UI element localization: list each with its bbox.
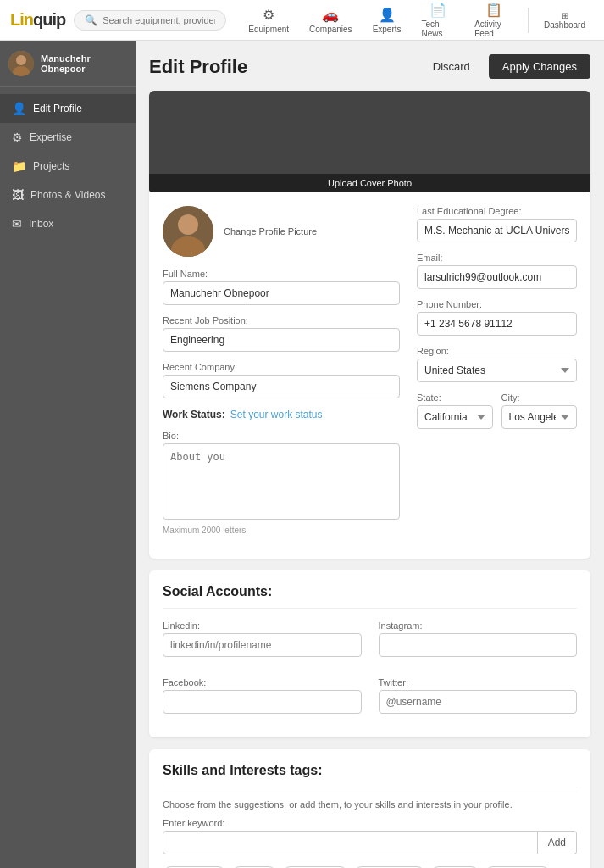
nav-items: ⚙ Equipment 🚗 Companies 👤 Experts 📄 Tech… [240, 0, 594, 42]
main-content: Edit Profile Discard Apply Changes Uploa… [136, 41, 604, 868]
photos-videos-icon: 🖼 [12, 188, 24, 202]
page-title: Edit Profile [149, 56, 247, 78]
sidebar-item-projects[interactable]: 📁 Projects [0, 152, 136, 181]
experts-icon: 👤 [379, 7, 396, 23]
svg-point-1 [16, 55, 26, 65]
keyword-row: Add [163, 831, 577, 854]
instagram-label: Instagram: [379, 620, 578, 631]
bio-group: Bio: Maximum 2000 letters [163, 431, 400, 535]
city-label: City: [501, 392, 578, 403]
avatar [8, 51, 34, 76]
profile-picture [163, 206, 213, 257]
full-name-input[interactable] [163, 281, 400, 305]
work-status-row: Work Status: Set your work status [163, 409, 400, 420]
recent-job-input[interactable] [163, 328, 400, 352]
profile-right: Last Educational Degree: Email: Phone Nu… [417, 206, 577, 545]
keyword-add-button[interactable]: Add [538, 831, 577, 854]
sidebar-item-inbox[interactable]: ✉ Inbox [0, 209, 136, 238]
nav-activityfeed-label: Activity Feed [474, 19, 513, 38]
sidebar-item-photos-videos[interactable]: 🖼 Photos & Videos [0, 181, 136, 209]
region-select[interactable]: United States [417, 359, 577, 382]
nav-companies[interactable]: 🚗 Companies [301, 3, 361, 37]
svg-point-4 [178, 214, 198, 235]
header-actions: Discard Apply Changes [423, 54, 590, 79]
nav-dashboard[interactable]: ⊞ Dashboard [535, 8, 594, 33]
social-grid: Linkedin: Instagram: Facebook: Twitter: [163, 620, 577, 724]
full-name-group: Full Name: [163, 269, 400, 305]
logo[interactable]: Linquip [10, 10, 65, 30]
search-icon: 🔍 [85, 14, 97, 26]
top-nav: Linquip 🔍 ⚙ Equipment 🚗 Companies 👤 Expe… [0, 0, 604, 41]
edu-input[interactable] [417, 219, 577, 242]
search-bar[interactable]: 🔍 [74, 10, 226, 31]
nav-technews[interactable]: 📄 Tech News [413, 0, 463, 42]
technews-icon: 📄 [429, 2, 446, 18]
email-label: Email: [417, 253, 577, 263]
nav-experts[interactable]: 👤 Experts [364, 3, 410, 37]
twitter-input[interactable] [379, 690, 578, 714]
nav-technews-label: Tech News [422, 19, 455, 38]
sidebar-item-inbox-label: Inbox [29, 218, 53, 230]
search-input[interactable] [103, 15, 215, 25]
full-name-label: Full Name: [163, 269, 400, 279]
equipment-icon: ⚙ [263, 7, 274, 23]
expertise-icon: ⚙ [12, 131, 23, 144]
bio-label: Bio: [163, 431, 400, 441]
sidebar-item-edit-profile[interactable]: 👤 Edit Profile [0, 94, 136, 123]
email-input[interactable] [417, 265, 577, 289]
nav-separator [528, 8, 529, 33]
sidebar-user[interactable]: Manuchehr Obnepoor [0, 41, 136, 87]
email-group: Email: [417, 253, 577, 289]
linkedin-input[interactable] [163, 633, 362, 657]
discard-button[interactable]: Discard [423, 55, 480, 78]
social-divider [163, 608, 577, 609]
facebook-label: Facebook: [163, 677, 362, 687]
instagram-input[interactable] [379, 633, 578, 657]
recent-company-input[interactable] [163, 375, 400, 398]
skills-card: Skills and Interests tags: Choose from t… [149, 749, 590, 868]
bio-max: Maximum 2000 letters [163, 526, 400, 535]
sidebar: Manuchehr Obnepoor 👤 Edit Profile ⚙ Expe… [0, 41, 136, 868]
city-select[interactable]: Los Angeles [501, 405, 578, 429]
keyword-input[interactable] [163, 831, 538, 854]
sidebar-item-expertise[interactable]: ⚙ Expertise [0, 123, 136, 152]
social-section-title: Social Accounts: [163, 584, 577, 599]
nav-activityfeed[interactable]: 📋 Activity Feed [466, 0, 521, 42]
sidebar-item-expertise-label: Expertise [30, 131, 72, 143]
edu-group: Last Educational Degree: [417, 206, 577, 242]
facebook-input[interactable] [163, 690, 362, 714]
state-label: State: [417, 392, 493, 403]
state-group: State: California [417, 392, 493, 429]
profile-left: Change Profile Picture Full Name: Recent… [163, 206, 400, 545]
phone-group: Phone Number: [417, 299, 577, 336]
region-group: Region: United States [417, 346, 577, 382]
cover-photo[interactable]: Upload Cover Photo [149, 91, 590, 192]
state-select[interactable]: California [417, 405, 493, 429]
nav-equipment[interactable]: ⚙ Equipment [240, 3, 297, 37]
profile-section: Change Profile Picture Full Name: Recent… [149, 192, 590, 559]
keyword-group: Enter keyword: Add [163, 818, 577, 854]
edu-label: Last Educational Degree: [417, 206, 577, 216]
logo-part1: Lin [10, 10, 33, 29]
sidebar-item-photos-videos-label: Photos & Videos [30, 189, 106, 201]
skills-divider [163, 787, 577, 787]
avatar-img [8, 51, 34, 76]
cover-upload-label[interactable]: Upload Cover Photo [149, 174, 590, 192]
facebook-group: Facebook: [163, 677, 362, 714]
recent-company-label: Recent Company: [163, 362, 400, 372]
instagram-group: Instagram: [379, 620, 578, 657]
bio-textarea[interactable] [163, 443, 400, 520]
sidebar-username: Manuchehr Obnepoor [41, 53, 127, 74]
page-header: Edit Profile Discard Apply Changes [149, 54, 590, 79]
companies-icon: 🚗 [322, 7, 339, 23]
social-accounts-card: Social Accounts: Linkedin: Instagram: Fa… [149, 570, 590, 737]
nav-companies-label: Companies [309, 25, 352, 34]
apply-changes-button[interactable]: Apply Changes [489, 54, 590, 79]
inbox-icon: ✉ [12, 217, 22, 231]
sidebar-menu: 👤 Edit Profile ⚙ Expertise 📁 Projects 🖼 … [0, 87, 136, 245]
nav-dashboard-label: Dashboard [544, 20, 585, 30]
change-pic-label[interactable]: Change Profile Picture [224, 226, 317, 236]
linkedin-group: Linkedin: [163, 620, 362, 657]
phone-input[interactable] [417, 312, 577, 336]
work-status-link[interactable]: Set your work status [230, 409, 323, 420]
